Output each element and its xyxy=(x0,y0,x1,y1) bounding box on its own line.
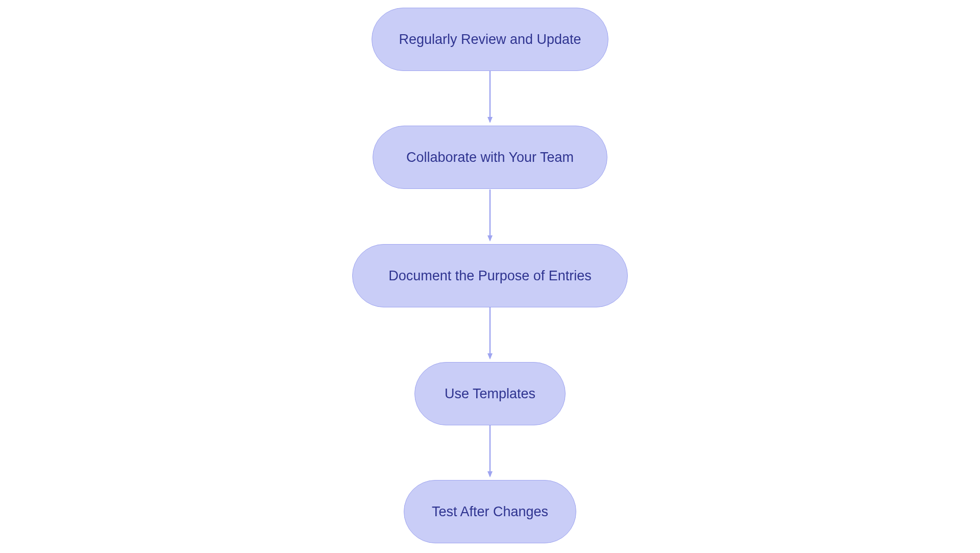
flowchart-node-4: Use Templates xyxy=(414,362,566,425)
flowchart-node-5: Test After Changes xyxy=(404,480,576,543)
flowchart-node-1: Regularly Review and Update xyxy=(372,8,608,71)
node-label: Regularly Review and Update xyxy=(399,32,581,47)
node-label: Test After Changes xyxy=(432,504,548,520)
node-label: Document the Purpose of Entries xyxy=(388,268,592,284)
flowchart-node-2: Collaborate with Your Team xyxy=(373,126,607,189)
flowchart-node-3: Document the Purpose of Entries xyxy=(352,244,628,307)
node-label: Use Templates xyxy=(445,386,535,402)
flowchart-diagram: Regularly Review and Update Collaborate … xyxy=(0,0,980,553)
node-label: Collaborate with Your Team xyxy=(406,150,574,165)
